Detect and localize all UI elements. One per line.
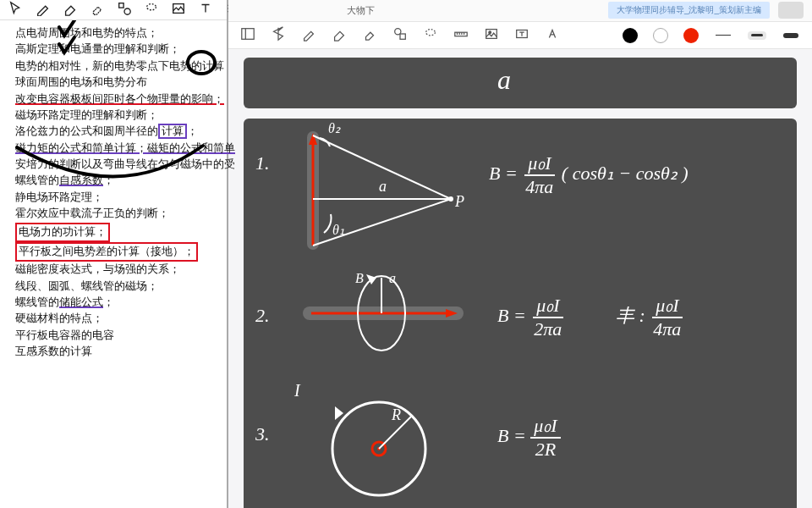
stroke-mid[interactable] <box>748 31 766 40</box>
note-line: 安培力的判断以及弯曲导线在匀匀磁场中的受 <box>15 157 215 173</box>
color-black[interactable] <box>623 28 638 43</box>
stroke-thick[interactable] <box>782 31 800 40</box>
highlighter-icon[interactable] <box>362 26 377 45</box>
note-line: 电势的相对性，新的电势零点下电势的计算 <box>15 58 215 75</box>
pencil-icon[interactable] <box>36 1 51 19</box>
note-line: 磁场环路定理的理解和判断； <box>15 108 215 124</box>
text-style-icon[interactable] <box>545 26 560 45</box>
textbox-icon[interactable] <box>514 26 529 45</box>
fig2-formula-main: B = μ₀I2πa <box>497 295 565 340</box>
canvas-area[interactable]: a 1. θ₂ a θ₁ P B = μ₀I4πa <box>228 49 812 508</box>
highlighter-icon[interactable] <box>90 1 105 19</box>
tab-bar: 大物下 大学物理同步辅导_沈黎明_策划新主编 <box>228 0 812 22</box>
fig1-theta1: θ₁ <box>332 222 344 238</box>
svg-rect-7 <box>400 34 405 39</box>
eraser-icon[interactable] <box>332 26 347 45</box>
pen-icon[interactable] <box>301 26 316 45</box>
share-banner[interactable]: 大学物理同步辅导_沈黎明_策划新主编 <box>608 2 770 19</box>
right-toolbar <box>228 22 812 49</box>
notes-text-block: 点电荷周围场和电势的特点； 高斯定理和电通量的理解和判断； 电势的相对性，新的电… <box>0 20 227 366</box>
note-line: 平行板之间电势差的计算（接地）； <box>15 242 198 262</box>
note-line: 洛伦兹力的公式和圆周半径的计算； <box>15 124 215 140</box>
fig1-a: a <box>379 178 387 196</box>
fig1-theta2: θ₂ <box>328 120 340 136</box>
svg-point-11 <box>489 30 491 33</box>
svg-rect-10 <box>486 29 497 38</box>
svg-point-19 <box>448 196 453 202</box>
fig1-num: 1. <box>255 152 270 174</box>
note-line: 球面周围的电场和电势分布 <box>15 75 215 91</box>
fig3-num: 3. <box>255 423 270 445</box>
note-line: 线段、圆弧、螺线管的磁场； <box>15 279 215 295</box>
fig2-B: B <box>355 271 364 286</box>
note-line: 改变电容器极板间距时各个物理量的影响； <box>15 91 215 108</box>
fig3-diagram <box>294 381 447 508</box>
image-icon[interactable] <box>484 26 499 45</box>
note-line: 电场力的功计算； <box>15 223 110 242</box>
left-toolbar <box>0 0 227 20</box>
fig3-R: R <box>392 406 401 424</box>
svg-point-8 <box>426 29 436 35</box>
color-red[interactable] <box>683 28 699 43</box>
right-app-panel: 大物下 大学物理同步辅导_沈黎明_策划新主编 a <box>228 0 812 508</box>
image-icon[interactable] <box>171 1 186 19</box>
shapes-icon[interactable] <box>392 26 408 45</box>
close-sidebar-icon[interactable] <box>240 26 255 45</box>
note-line: 螺线管的自感系数； <box>15 173 215 189</box>
fig3-formula: B = μ₀I2R <box>497 415 561 461</box>
fig2-diagram <box>290 271 468 356</box>
fig2-a: a <box>389 271 396 286</box>
note-line: 磁力矩的公式和简单计算；磁矩的公式和简单 <box>15 141 215 157</box>
note-line: 霍尔效应中载流子正负的判断； <box>15 206 215 222</box>
svg-rect-0 <box>119 3 123 7</box>
note-line: 平行板电容器的电容 <box>15 328 215 344</box>
glyph-a: a <box>497 64 511 96</box>
canvas-page-prev: a <box>244 58 797 108</box>
fig3-I: I <box>294 381 300 400</box>
avatar[interactable] <box>778 2 804 19</box>
note-line: 螺线管的储能公式； <box>15 295 215 311</box>
left-app-panel: 点电荷周围场和电势的特点； 高斯定理和电通量的理解和判断； 电势的相对性，新的电… <box>0 0 228 508</box>
text-icon[interactable] <box>198 1 213 19</box>
note-line: 点电荷周围场和电势的特点； <box>15 25 215 41</box>
tab-title[interactable]: 大物下 <box>347 4 375 17</box>
svg-point-2 <box>147 3 156 9</box>
note-line: 高斯定理和电通量的理解和判断； <box>15 41 215 58</box>
svg-marker-30 <box>335 406 343 420</box>
eraser-icon[interactable] <box>63 1 78 19</box>
fig1-P: P <box>455 193 464 211</box>
bluetooth-icon[interactable] <box>271 26 286 45</box>
fig2-formula-half: 丰 : μ₀I4πa <box>616 295 684 340</box>
cursor-icon[interactable] <box>8 1 24 19</box>
fig2-num: 2. <box>255 305 270 327</box>
shapes-icon[interactable] <box>117 1 132 19</box>
note-line: 静电场环路定理； <box>15 190 215 206</box>
note-line: 磁能密度表达式，与场强的关系； <box>15 262 215 278</box>
lasso-icon[interactable] <box>144 1 159 19</box>
note-line: 互感系数的计算 <box>15 344 215 360</box>
note-line: 硬磁材料的特点； <box>15 311 215 327</box>
color-white[interactable] <box>653 28 668 43</box>
svg-rect-5 <box>242 28 254 39</box>
ruler-icon[interactable] <box>453 26 469 45</box>
fig1-formula: B = μ₀I4πa ( cosθ₁ − cosθ₂ ) <box>489 152 689 198</box>
stroke-thin[interactable] <box>714 31 732 40</box>
canvas-page-main: 1. θ₂ a θ₁ P B = μ₀I4πa ( cosθ₁ − cosθ₂ … <box>244 119 797 508</box>
lasso-icon[interactable] <box>423 26 438 45</box>
svg-point-1 <box>124 8 130 14</box>
